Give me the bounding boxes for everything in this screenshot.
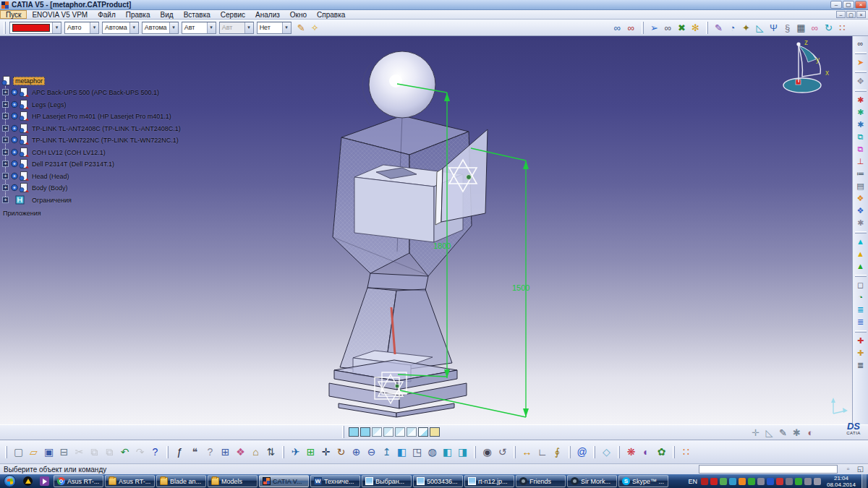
- tray-volume-icon[interactable]: [786, 478, 793, 485]
- zoom-in-icon[interactable]: ⊕: [349, 445, 364, 460]
- menu-item-4[interactable]: Вид: [156, 10, 179, 20]
- camera-icon[interactable]: ◉: [480, 445, 495, 460]
- redo-icon[interactable]: ↷: [132, 445, 148, 460]
- taskbar-button-8[interactable]: rt-n12.jp...: [464, 475, 514, 487]
- refresh-icon[interactable]: ↻: [822, 21, 835, 35]
- snap-axis-icon[interactable]: ✛: [749, 426, 762, 440]
- tree-item-4[interactable]: +TP-LINK TL-WN722NC (TP-LINK TL-WN722NC.…: [0, 134, 179, 145]
- binoculars-red-icon[interactable]: ∞: [624, 21, 638, 35]
- menu-item-8[interactable]: Окно: [285, 10, 312, 20]
- tray-error-icon[interactable]: [776, 478, 783, 485]
- new-component-icon[interactable]: ⧉: [854, 131, 867, 143]
- view-right-icon[interactable]: [395, 427, 405, 437]
- render-style-icon[interactable]: ◍: [425, 445, 440, 460]
- tree-item-1[interactable]: +Legs (Legs): [0, 99, 67, 110]
- taskbar-button-2[interactable]: Blade an...: [156, 475, 206, 487]
- table-edit-icon[interactable]: ▦: [794, 21, 808, 35]
- graph-tree-orange-icon[interactable]: ❖: [854, 192, 867, 205]
- binoculars-blue-icon[interactable]: ∞: [610, 21, 624, 35]
- taskbar-button-6[interactable]: Выбран...: [362, 475, 412, 487]
- dialog-expand-icon[interactable]: ▫: [842, 464, 854, 474]
- paperclip-icon[interactable]: §: [780, 21, 794, 35]
- open-icon[interactable]: ▱: [26, 445, 41, 460]
- anchor-icon[interactable]: Ψ: [767, 21, 780, 35]
- fly-mode-icon[interactable]: ✈: [288, 445, 303, 460]
- tray-app-red-icon[interactable]: [701, 478, 708, 485]
- taskbar-button-1[interactable]: Asus RT-...: [105, 475, 155, 487]
- menu-item-2[interactable]: Файл: [93, 10, 121, 20]
- copy-icon[interactable]: ⧉: [87, 445, 102, 460]
- menu-item-1[interactable]: ENOVIA V5 VPM: [27, 10, 93, 20]
- menu-item-5[interactable]: Вставка: [179, 10, 216, 20]
- sphere-box-icon[interactable]: ◔: [726, 21, 739, 35]
- view-top-icon[interactable]: [407, 427, 417, 437]
- update-gear-icon[interactable]: ✱: [854, 217, 867, 229]
- tray-mail-icon[interactable]: [710, 478, 718, 485]
- magic-wand-icon[interactable]: ✻: [689, 21, 702, 35]
- compass[interactable]: z y x: [783, 38, 829, 93]
- show-desktop-button[interactable]: [861, 474, 867, 488]
- view-mode-a-icon[interactable]: ◧: [440, 445, 455, 460]
- measure-inertia-icon[interactable]: ∮: [550, 445, 565, 460]
- view-back-icon[interactable]: [372, 427, 382, 437]
- undo-icon[interactable]: ↶: [117, 445, 132, 460]
- tree-item-6[interactable]: +Dell P2314T (Dell P2314T.1): [0, 158, 114, 169]
- view-front-icon[interactable]: [360, 427, 370, 437]
- save-icon[interactable]: ▣: [41, 445, 56, 460]
- taskbar-button-3[interactable]: Models: [208, 475, 258, 487]
- explore-binoculars-icon[interactable]: ∞: [854, 38, 867, 50]
- viewport-3d[interactable]: 1800 1500 z y x: [0, 36, 868, 424]
- taskbar-button-10[interactable]: Sir Mork...: [567, 475, 617, 487]
- new-icon[interactable]: ▢: [11, 445, 26, 460]
- language-indicator[interactable]: EN: [688, 478, 697, 485]
- tree-expander-icon[interactable]: +: [2, 89, 9, 95]
- tray-shield-icon[interactable]: [748, 478, 755, 485]
- tray-l-app-icon[interactable]: [767, 478, 774, 485]
- menu-item-7[interactable]: Анализ: [250, 10, 285, 20]
- paste-icon[interactable]: ⧉: [102, 445, 117, 460]
- menu-item-0[interactable]: Пуск: [0, 10, 27, 19]
- apply-material-icon[interactable]: ◐: [639, 445, 654, 460]
- tree-expander-icon[interactable]: +: [2, 113, 9, 119]
- view-iso-icon[interactable]: [349, 427, 359, 437]
- mdi-restore-button[interactable]: ▢: [846, 11, 856, 18]
- tree-item-2[interactable]: +HP Laserjet Pro m401 (HP Laserjet Pro m…: [0, 111, 171, 121]
- close-button[interactable]: ×: [855, 1, 867, 9]
- plane-icon[interactable]: ◺: [762, 426, 776, 440]
- exchange-arrows-icon[interactable]: ✖: [675, 21, 689, 35]
- select-arrow-icon[interactable]: ➤: [854, 56, 867, 69]
- mdi-minimize-button[interactable]: –: [836, 11, 846, 18]
- tree-item-8[interactable]: +Body (Body): [0, 182, 68, 193]
- tree-item-9[interactable]: +Ограничения: [0, 194, 72, 205]
- toolbar-grip[interactable]: [5, 446, 7, 458]
- query-icon[interactable]: ?: [203, 445, 218, 460]
- tree-expander-icon[interactable]: +: [2, 125, 9, 132]
- tools-gear-icon[interactable]: ✱: [790, 426, 804, 440]
- tree-expander-icon[interactable]: +: [2, 160, 9, 167]
- combo-3[interactable]: Авт▾: [182, 22, 216, 34]
- tree-expander-icon[interactable]: +: [2, 101, 9, 108]
- taskbar-button-4[interactable]: CATIA V...: [259, 475, 309, 487]
- taskbar-button-5[interactable]: Техниче...: [310, 475, 360, 487]
- minimize-button[interactable]: –: [830, 1, 842, 9]
- weld-at-icon[interactable]: @: [574, 445, 590, 460]
- tray-update-icon[interactable]: [720, 478, 727, 485]
- list-blue-icon[interactable]: ≣: [854, 316, 867, 328]
- tree-expander-icon[interactable]: +: [2, 137, 9, 143]
- frame-abc-icon[interactable]: ▤: [854, 180, 867, 192]
- tray-sync-icon[interactable]: [757, 478, 765, 485]
- chain-links-icon[interactable]: ∞: [808, 21, 822, 35]
- iso-view-cube-icon[interactable]: ◳: [409, 445, 425, 460]
- tree-expander-icon[interactable]: +: [2, 184, 9, 191]
- globe-hand-icon[interactable]: ◔: [854, 291, 867, 304]
- tray-pc-icon[interactable]: [804, 478, 812, 485]
- tray-warning-icon[interactable]: [739, 478, 746, 485]
- fast-part-green-icon[interactable]: ▲: [854, 260, 867, 273]
- turntable-icon[interactable]: ↺: [495, 445, 510, 460]
- formula-icon[interactable]: ƒ: [172, 445, 187, 460]
- combo-5[interactable]: Нет▾: [257, 22, 292, 34]
- list-cyan-icon[interactable]: ≣: [854, 304, 867, 316]
- graph-tree-blue-icon[interactable]: ❖: [854, 205, 867, 217]
- tree-item-3[interactable]: +TP-LINK TL-ANT2408C (TP-LINK TL-ANT2408…: [0, 123, 181, 134]
- pan-icon[interactable]: ✛: [318, 445, 333, 460]
